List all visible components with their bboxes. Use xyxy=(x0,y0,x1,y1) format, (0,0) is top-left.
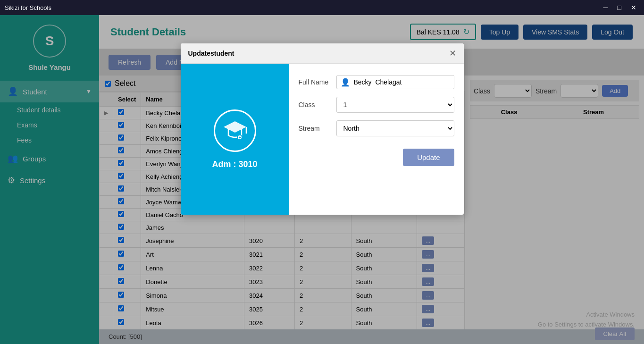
adm-label: Adm : 3010 xyxy=(212,159,257,169)
modal-close-button[interactable]: ✕ xyxy=(449,48,456,59)
modal-title: Updatestudent xyxy=(188,50,234,57)
user-icon: 👤 xyxy=(341,78,350,87)
class-label: Class xyxy=(299,101,332,109)
stream-row: Stream North SouthEastWest xyxy=(299,120,454,136)
modal-header: Updatestudent ✕ xyxy=(181,43,464,64)
window-controls: ─ □ ✕ xyxy=(601,3,639,12)
graduation-icon: + xyxy=(214,109,256,152)
update-button[interactable]: Update xyxy=(403,149,454,166)
modal-card: + Adm : 3010 xyxy=(181,64,289,215)
update-student-modal: Updatestudent ✕ + Adm : 3010 xyxy=(181,43,464,215)
svg-marker-0 xyxy=(224,121,246,133)
close-button[interactable]: ✕ xyxy=(628,3,639,12)
full-name-label: Full Name xyxy=(299,78,332,86)
minimize-button[interactable]: ─ xyxy=(601,3,611,12)
stream-label: Stream xyxy=(299,125,332,132)
app-title: Sikizi for Schools xyxy=(5,4,51,11)
modal-overlay: Updatestudent ✕ + Adm : 3010 xyxy=(0,15,644,344)
full-name-input-wrapper: 👤 xyxy=(336,75,454,89)
modal-form: Full Name 👤 Class 1 234 5678 Stream xyxy=(289,64,464,215)
maximize-button[interactable]: □ xyxy=(615,3,624,12)
class-row: Class 1 234 5678 xyxy=(299,97,454,113)
modal-body: + Adm : 3010 Full Name 👤 Class 1 xyxy=(181,64,464,215)
class-select[interactable]: 1 234 5678 xyxy=(336,97,454,113)
full-name-input[interactable] xyxy=(353,76,450,89)
svg-text:+: + xyxy=(238,135,241,140)
full-name-row: Full Name 👤 xyxy=(299,75,454,89)
stream-select[interactable]: North SouthEastWest xyxy=(336,120,454,136)
titlebar: Sikizi for Schools ─ □ ✕ xyxy=(0,0,644,15)
